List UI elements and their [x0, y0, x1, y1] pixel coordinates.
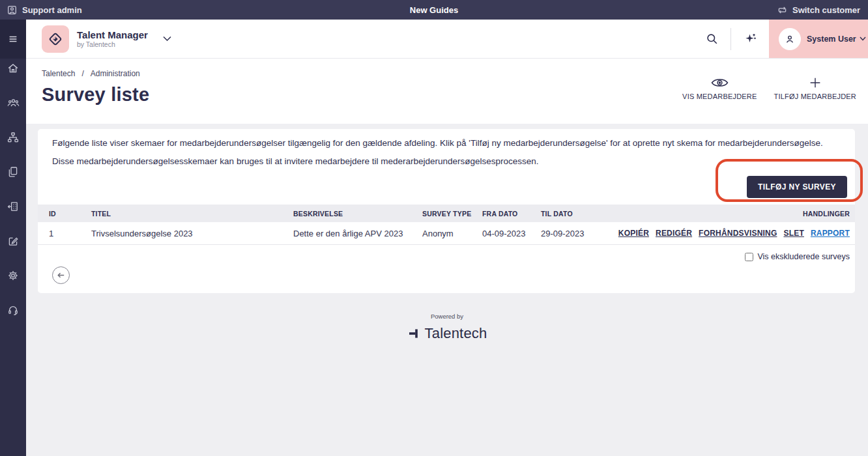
view-employees-label: VIS MEDARBEJDERE	[682, 93, 757, 100]
talent-manager-logo-icon	[42, 25, 69, 53]
report-link[interactable]: RAPPORT	[811, 229, 850, 238]
avatar	[779, 28, 801, 50]
show-excluded-checkbox[interactable]	[745, 253, 753, 261]
user-menu[interactable]: System User	[769, 20, 868, 58]
search-button[interactable]	[693, 20, 731, 58]
page-header: Talentech / Administration Survey liste …	[26, 59, 868, 124]
column-header-til-dato: TIL DATO	[541, 210, 613, 218]
new-guides-label[interactable]: New Guides	[0, 5, 868, 15]
add-employee-button[interactable]: TILFØJ MEDARBEJDER	[774, 77, 856, 100]
product-switcher[interactable]: Talent Manager by Talentech	[26, 25, 172, 53]
product-name: Talent Manager	[77, 29, 148, 40]
row-actions: KOPIÉR REDIGÉR FORHÅNDSVISNING SLET RAPP…	[613, 229, 850, 238]
assistant-button[interactable]	[731, 20, 769, 58]
people-icon	[7, 96, 20, 109]
cell-survey-type: Anonym	[422, 229, 482, 238]
cell-fra-dato: 04-09-2023	[482, 229, 541, 238]
column-header-fra-dato: FRA DATO	[482, 210, 541, 218]
column-header-beskrivelse: BESKRIVELSE	[293, 210, 422, 218]
back-arrow-icon	[56, 270, 66, 280]
edit-link[interactable]: REDIGÉR	[656, 229, 692, 238]
sidebar-item-documents[interactable]	[0, 162, 26, 182]
sidebar-item-home[interactable]	[0, 59, 26, 78]
column-header-id: ID	[49, 210, 91, 218]
description-line-2: Disse medarbejderundersøgelsesskemaer ka…	[52, 156, 841, 166]
add-new-survey-button[interactable]: TILFØJ NY SURVEY	[747, 176, 847, 198]
sidebar-item-company[interactable]	[0, 197, 26, 216]
column-header-handlinger: HANDLINGER	[613, 210, 850, 218]
sparkles-icon	[744, 32, 757, 46]
cell-beskrivelse: Dette er den årlige APV 2023	[293, 229, 422, 238]
breadcrumb-separator: /	[81, 69, 83, 78]
sidebar-item-edit[interactable]	[0, 231, 26, 251]
gear-icon	[7, 269, 20, 282]
talentech-logo: Talentech	[407, 325, 487, 342]
powered-by-label: Powered by	[431, 313, 463, 320]
search-icon	[705, 32, 719, 46]
headset-icon	[7, 304, 20, 317]
user-name-label: System User	[807, 35, 856, 44]
plus-icon	[808, 77, 822, 89]
cell-titel: Trivselsundersøgelse 2023	[91, 229, 293, 238]
sidebar	[0, 20, 26, 456]
building-icon	[7, 200, 20, 213]
sidebar-item-org-chart[interactable]	[0, 128, 26, 147]
topbar: Support admin New Guides Switch customer	[0, 0, 868, 20]
preview-link[interactable]: FORHÅNDSVISNING	[699, 229, 777, 238]
column-header-survey-type: SURVEY TYPE	[422, 210, 482, 218]
app-header: Talent Manager by Talentech	[26, 20, 868, 59]
org-chart-icon	[7, 131, 20, 144]
footer: Powered by Talentech	[26, 313, 868, 342]
avatar-person-icon	[784, 33, 796, 45]
switch-icon	[777, 5, 788, 16]
product-subtitle: by Talentech	[77, 40, 148, 48]
main-content: Talentech / Administration Survey liste …	[26, 59, 868, 456]
cell-til-dato: 29-09-2023	[541, 229, 613, 238]
show-excluded-label: Vis ekskluderede surveys	[757, 252, 850, 261]
hamburger-menu-icon	[7, 33, 19, 45]
table-header-row: ID TITEL BESKRIVELSE SURVEY TYPE FRA DAT…	[38, 205, 855, 222]
sidebar-item-settings[interactable]	[0, 266, 26, 285]
view-employees-button[interactable]: VIS MEDARBEJDERE	[682, 77, 757, 100]
edit-icon	[7, 235, 20, 248]
breadcrumb-talentech[interactable]: Talentech	[42, 69, 75, 78]
product-title: Talent Manager by Talentech	[77, 29, 148, 48]
switch-customer-label: Switch customer	[792, 5, 860, 15]
eye-icon	[711, 77, 729, 89]
chevron-down-icon	[860, 36, 866, 41]
table-row: 1 Trivselsundersøgelse 2023 Dette er den…	[38, 222, 855, 245]
hamburger-menu-button[interactable]	[0, 20, 26, 59]
add-employee-label: TILFØJ MEDARBEJDER	[774, 93, 856, 100]
switch-customer-button[interactable]: Switch customer	[777, 5, 868, 16]
cell-id: 1	[49, 229, 91, 238]
delete-link[interactable]: SLET	[783, 229, 803, 238]
chevron-down-icon	[162, 36, 172, 42]
copy-link[interactable]: KOPIÉR	[618, 229, 649, 238]
home-icon	[7, 62, 20, 75]
filter-row: Vis ekskluderede surveys	[38, 245, 855, 261]
sidebar-item-people[interactable]	[0, 93, 26, 113]
talentech-logo-icon	[407, 327, 420, 340]
survey-list-card: Følgende liste viser skemaer for medarbe…	[38, 129, 855, 293]
breadcrumb-administration[interactable]: Administration	[91, 69, 140, 78]
back-button[interactable]	[52, 266, 70, 284]
description-line-1: Følgende liste viser skemaer for medarbe…	[52, 138, 841, 148]
talentech-wordmark: Talentech	[425, 325, 487, 342]
column-header-titel: TITEL	[91, 210, 293, 218]
documents-icon	[7, 165, 20, 178]
sidebar-item-support[interactable]	[0, 300, 26, 320]
